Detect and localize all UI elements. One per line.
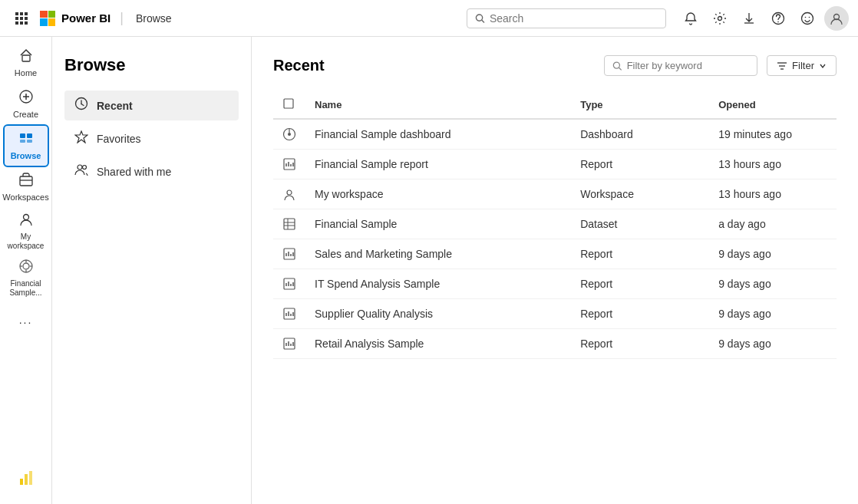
row-name: Financial Sample	[305, 209, 571, 239]
row-opened: 9 days ago	[709, 269, 837, 299]
svg-rect-36	[20, 479, 23, 485]
sidebar-item-browse[interactable]: Browse	[5, 126, 48, 166]
sidebar-item-workspaces[interactable]: Workspaces	[5, 167, 48, 207]
microsoft-logo	[40, 11, 55, 26]
svg-rect-2	[25, 12, 28, 15]
row-name: Supplier Quality Analysis	[305, 299, 571, 329]
row-type: Dataset	[571, 209, 709, 239]
user-avatar[interactable]	[824, 6, 849, 31]
row-opened: 9 days ago	[709, 329, 837, 359]
row-type: Report	[571, 269, 709, 299]
browse-nav-recent-label: Recent	[97, 100, 133, 112]
browse-nav-favorites-label: Favorites	[97, 133, 141, 145]
sidebar-item-browse-label: Browse	[11, 151, 41, 161]
search-input[interactable]	[490, 12, 658, 25]
financial-sample-icon	[18, 259, 34, 278]
row-type: Workspace	[571, 180, 709, 209]
search-icon	[475, 13, 485, 24]
data-table-wrapper: Name Type Opened Financial Sample dashbo…	[273, 91, 837, 486]
browse-icon	[18, 130, 34, 150]
filter-button-label: Filter	[792, 60, 814, 71]
filter-keyword-input[interactable]	[627, 60, 749, 71]
col-icon-header	[273, 91, 305, 119]
filter-icon	[777, 61, 787, 71]
powerbi-icon	[17, 468, 35, 489]
recent-table: Name Type Opened Financial Sample dashbo…	[273, 91, 837, 359]
row-opened: 13 hours ago	[709, 180, 837, 209]
table-row[interactable]: Retail Analysis SampleReport9 days ago	[273, 329, 837, 359]
svg-rect-19	[22, 55, 30, 61]
help-button[interactable]	[766, 6, 790, 31]
svg-rect-38	[29, 471, 32, 485]
col-opened-header[interactable]: Opened	[709, 91, 837, 119]
gear-icon	[713, 12, 727, 25]
settings-button[interactable]	[708, 6, 732, 31]
table-row[interactable]: Financial Sample reportReport13 hours ag…	[273, 150, 837, 180]
row-type-icon	[282, 277, 296, 291]
help-icon	[771, 12, 785, 25]
emoji-icon	[800, 12, 814, 25]
sidebar-item-my-workspace-label: My workspace	[6, 232, 46, 251]
svg-rect-1	[20, 12, 23, 15]
sidebar-item-financial-sample[interactable]: Financial Sample...	[5, 255, 48, 301]
logo-area: Power BI | Browse	[9, 6, 172, 31]
create-icon	[18, 89, 34, 108]
main-header: Recent Filter	[273, 55, 837, 76]
row-type: Report	[571, 150, 709, 180]
svg-point-9	[476, 14, 482, 20]
col-name-header[interactable]: Name	[305, 91, 571, 119]
feedback-button[interactable]	[795, 6, 820, 31]
svg-rect-60	[284, 219, 295, 229]
sidebar-item-my-workspace[interactable]: My workspace	[5, 209, 48, 254]
table-row[interactable]: Supplier Quality AnalysisReport9 days ag…	[273, 299, 837, 329]
svg-rect-25	[20, 140, 25, 143]
sidebar: Home Create Browse	[0, 37, 52, 504]
row-name: Financial Sample dashboard	[305, 119, 571, 150]
row-type: Report	[571, 239, 709, 269]
svg-marker-42	[75, 131, 87, 143]
sidebar-item-home[interactable]: Home	[5, 43, 48, 83]
sidebar-item-create[interactable]: Create	[5, 84, 48, 124]
people-icon	[74, 163, 89, 180]
browse-panel: Browse Recent	[52, 37, 252, 504]
sidebar-item-financial-sample-label: Financial Sample...	[6, 279, 46, 298]
row-name: Retail Analysis Sample	[305, 329, 571, 359]
svg-point-11	[718, 16, 722, 20]
row-name: Financial Sample report	[305, 150, 571, 180]
browse-title: Browse	[64, 55, 239, 75]
notifications-button[interactable]	[678, 6, 703, 31]
browse-nav-recent[interactable]: Recent	[64, 91, 239, 120]
svg-point-16	[805, 16, 807, 18]
row-opened: 9 days ago	[709, 239, 837, 269]
workspaces-icon	[18, 172, 34, 191]
table-row[interactable]: Financial Sample dashboardDashboard19 mi…	[273, 119, 837, 150]
svg-point-52	[288, 133, 291, 136]
row-opened: 13 hours ago	[709, 150, 837, 180]
browse-nav-favorites[interactable]: Favorites	[64, 124, 239, 153]
sidebar-item-powerbi[interactable]	[5, 458, 48, 498]
browse-nav-shared[interactable]: Shared with me	[64, 156, 239, 186]
download-button[interactable]	[737, 6, 761, 31]
row-type: Report	[571, 329, 709, 359]
avatar-icon	[830, 12, 843, 25]
table-row[interactable]: Sales and Marketing SampleReport9 days a…	[273, 239, 837, 269]
table-row[interactable]: IT Spend Analysis SampleReport9 days ago	[273, 269, 837, 299]
svg-rect-23	[20, 133, 25, 138]
svg-line-10	[482, 20, 484, 22]
table-row[interactable]: Financial SampleDataseta day ago	[273, 209, 837, 239]
svg-point-15	[802, 12, 813, 24]
col-type-header[interactable]: Type	[571, 91, 709, 119]
main-content: Recent Filter	[252, 37, 858, 504]
sidebar-item-workspaces-label: Workspaces	[2, 193, 48, 203]
row-type-icon	[282, 217, 296, 231]
sidebar-item-more[interactable]: ···	[5, 302, 48, 342]
table-row[interactable]: My workspaceWorkspace13 hours ago	[273, 180, 837, 209]
row-type-icon	[282, 247, 296, 261]
svg-rect-6	[15, 21, 18, 25]
waffle-menu-button[interactable]	[9, 6, 34, 31]
row-name: Sales and Marketing Sample	[305, 239, 571, 269]
download-icon	[742, 12, 756, 25]
filter-button[interactable]: Filter	[767, 55, 837, 76]
row-type-icon	[282, 157, 296, 171]
svg-point-45	[613, 62, 619, 68]
